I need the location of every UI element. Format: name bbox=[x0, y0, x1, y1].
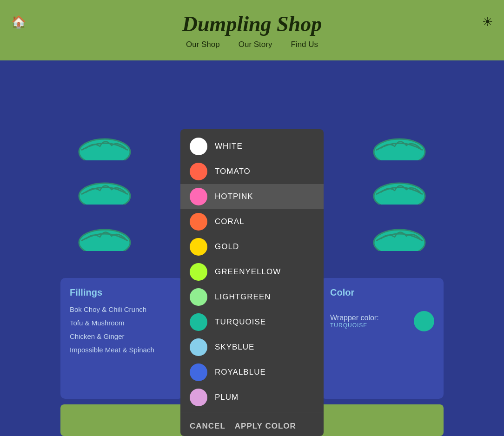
filling-item-1[interactable]: Bok Choy & Chili Crunch bbox=[70, 305, 174, 313]
color-option-hotpink[interactable]: HOTPINK bbox=[180, 184, 324, 209]
brightness-icon[interactable]: ☀ bbox=[482, 15, 493, 29]
color-dot-hotpink bbox=[190, 188, 207, 205]
filling-item-4[interactable]: Impossible Meat & Spinach bbox=[70, 346, 174, 354]
current-color-swatch bbox=[414, 311, 434, 331]
color-option-gold[interactable]: GOLD bbox=[180, 234, 324, 259]
wrapper-color-info: Wrapper color: TURQUOISE bbox=[330, 314, 379, 329]
app-title: Dumpling Shop bbox=[182, 12, 322, 36]
color-picker-dropdown: WHITETOMATOHOTPINKCORALGOLDGREENYELLOWLI… bbox=[180, 129, 324, 436]
wrapper-color-row: Wrapper color: TURQUOISE bbox=[330, 311, 434, 331]
color-dot-lightgreen bbox=[190, 288, 207, 306]
filling-item-2[interactable]: Tofu & Mushroom bbox=[70, 319, 174, 327]
fillings-card: Fillings Bok Choy & Chili Crunch Tofu & … bbox=[60, 278, 183, 399]
color-label-white: WHITE bbox=[215, 142, 243, 151]
cancel-button[interactable]: CANCEL bbox=[190, 422, 225, 431]
nav-our-shop[interactable]: Our Shop bbox=[186, 40, 220, 49]
dumpling-decoration bbox=[77, 132, 133, 160]
dumpling-decoration bbox=[371, 223, 427, 251]
nav-bar: Our Shop Our Story Find Us bbox=[186, 40, 318, 49]
color-dot-royalblue bbox=[190, 363, 207, 381]
color-label-hotpink: HOTPINK bbox=[215, 192, 253, 201]
color-option-coral[interactable]: CORAL bbox=[180, 209, 324, 234]
color-option-tomato[interactable]: TOMATO bbox=[180, 159, 324, 184]
wrapper-color-label: Wrapper color: bbox=[330, 314, 379, 322]
color-card-title: Color bbox=[330, 287, 434, 298]
current-color-name: TURQUOISE bbox=[330, 322, 379, 329]
color-dot-turquoise bbox=[190, 313, 207, 331]
color-dot-coral bbox=[190, 213, 207, 231]
color-dot-tomato bbox=[190, 163, 207, 180]
color-label-royalblue: ROYALBLUE bbox=[215, 368, 266, 377]
color-label-skyblue: SKYBLUE bbox=[215, 343, 254, 352]
color-label-turquoise: TURQUOISE bbox=[215, 317, 266, 327]
dumpling-decoration bbox=[77, 177, 133, 205]
dumpling-decoration bbox=[371, 177, 427, 205]
color-label-tomato: TOMATO bbox=[215, 167, 251, 176]
header: 🏠 Dumpling Shop Our Shop Our Story Find … bbox=[0, 0, 504, 60]
color-label-greenyellow: GREENYELLOW bbox=[215, 267, 281, 277]
color-dot-white bbox=[190, 138, 207, 155]
color-option-plum[interactable]: PLUM bbox=[180, 385, 324, 410]
color-option-skyblue[interactable]: SKYBLUE bbox=[180, 335, 324, 360]
color-dot-greenyellow bbox=[190, 263, 207, 281]
color-label-coral: CORAL bbox=[215, 217, 245, 226]
color-option-royalblue[interactable]: ROYALBLUE bbox=[180, 360, 324, 385]
color-label-lightgreen: LIGHTGREEN bbox=[215, 292, 271, 302]
color-dot-skyblue bbox=[190, 338, 207, 356]
color-option-greenyellow[interactable]: GREENYELLOW bbox=[180, 259, 324, 284]
home-icon[interactable]: 🏠 bbox=[11, 15, 26, 29]
color-option-lightgreen[interactable]: LIGHTGREEN bbox=[180, 284, 324, 310]
nav-our-story[interactable]: Our Story bbox=[239, 40, 272, 49]
color-card: Color Wrapper color: TURQUOISE bbox=[321, 278, 444, 399]
color-dot-gold bbox=[190, 238, 207, 256]
dumpling-decoration bbox=[77, 223, 133, 251]
dumpling-decoration bbox=[371, 132, 427, 160]
color-label-plum: PLUM bbox=[215, 393, 239, 402]
filling-item-3[interactable]: Chicken & Ginger bbox=[70, 332, 174, 340]
main-content: Fillings Bok Choy & Chili Crunch Tofu & … bbox=[0, 60, 504, 436]
color-label-gold: GOLD bbox=[215, 242, 239, 251]
apply-color-button[interactable]: APPLY COLOR bbox=[235, 422, 296, 431]
fillings-title: Fillings bbox=[70, 287, 174, 298]
nav-find-us[interactable]: Find Us bbox=[291, 40, 318, 49]
color-option-white[interactable]: WHITE bbox=[180, 134, 324, 159]
color-option-turquoise[interactable]: TURQUOISE bbox=[180, 310, 324, 335]
color-dot-plum bbox=[190, 389, 207, 406]
